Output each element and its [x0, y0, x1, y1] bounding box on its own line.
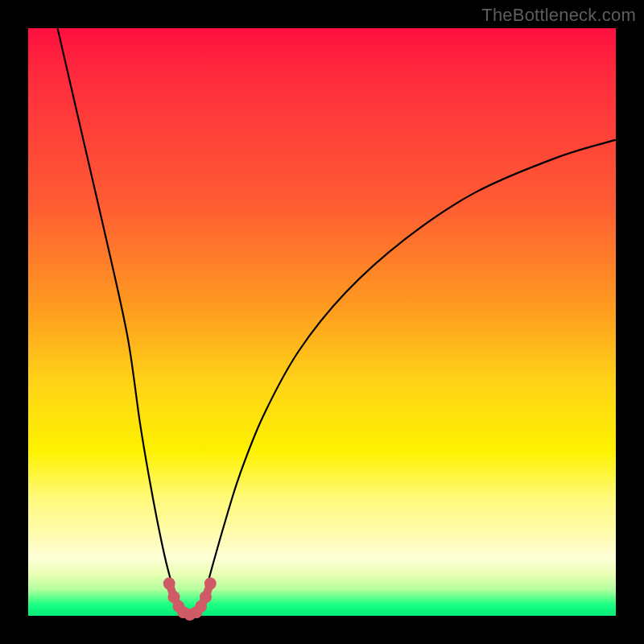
valley-bead [163, 577, 175, 589]
valley-bead [204, 577, 217, 589]
plot-area [28, 28, 616, 616]
chart-frame: TheBottleneck.com [0, 0, 644, 644]
curve-right-branch [200, 140, 616, 610]
valley-bead [200, 591, 212, 603]
curve-layer [28, 28, 616, 616]
valley-beads [163, 577, 217, 621]
watermark-text: TheBottleneck.com [481, 5, 636, 26]
curve-left-branch [58, 28, 180, 610]
